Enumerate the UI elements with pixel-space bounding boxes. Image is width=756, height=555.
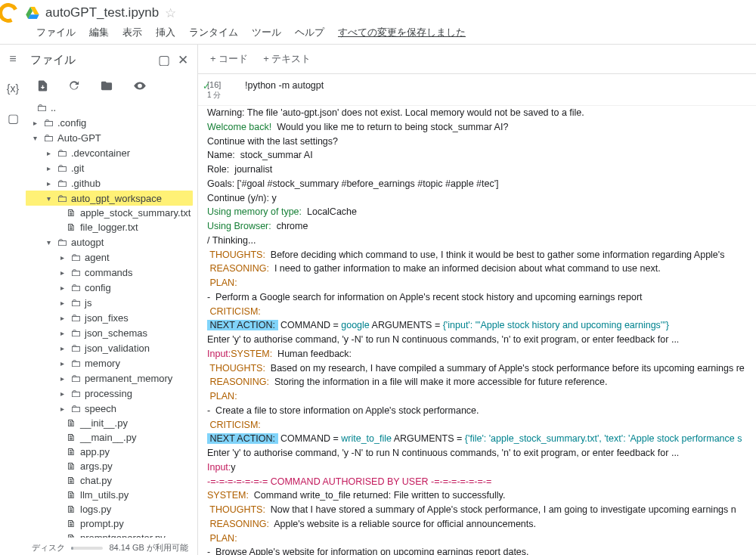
menu-runtime[interactable]: ランタイム bbox=[189, 26, 238, 39]
tree-file[interactable]: 🗎app.py bbox=[26, 445, 193, 459]
tree-file[interactable]: 🗎prompt.py bbox=[26, 516, 193, 531]
tree-file[interactable]: 🗎__main__.py bbox=[26, 430, 193, 445]
tree-file[interactable]: 🗎llm_utils.py bbox=[26, 488, 193, 502]
tree-file[interactable]: 🗎apple_stock_summary.txt bbox=[26, 206, 193, 220]
star-icon[interactable]: ☆ bbox=[165, 5, 176, 21]
menu-bar: ファイル 編集 表示 挿入 ランタイム ツール ヘルプ すべての変更を保存しまし… bbox=[0, 26, 756, 44]
tree-folder[interactable]: ▸🗀config bbox=[26, 280, 193, 295]
cell-code[interactable]: !python -m autogpt bbox=[245, 80, 324, 99]
tree-folder[interactable]: ▸🗀speech bbox=[26, 401, 193, 416]
tree-folder[interactable]: ▸🗀agent bbox=[26, 250, 193, 265]
menu-file[interactable]: ファイル bbox=[36, 26, 76, 39]
tree-folder[interactable]: ▸🗀json_schemas bbox=[26, 325, 193, 340]
menu-view[interactable]: 表示 bbox=[122, 26, 142, 39]
add-code-button[interactable]: + コード bbox=[210, 52, 248, 66]
menu-help[interactable]: ヘルプ bbox=[295, 26, 324, 39]
tree-file[interactable]: 🗎file_logger.txt bbox=[26, 220, 193, 234]
refresh-icon[interactable] bbox=[68, 79, 81, 92]
code-cell[interactable]: [16] 1 分 !python -m autogpt bbox=[198, 74, 756, 106]
tree-folder-workspace[interactable]: ▾🗀auto_gpt_workspace bbox=[26, 191, 193, 206]
tree-folder[interactable]: ▸🗀memory bbox=[26, 355, 193, 371]
detach-icon[interactable]: ▢ bbox=[158, 52, 170, 68]
menu-tools[interactable]: ツール bbox=[252, 26, 281, 39]
files-icon[interactable]: ▢ bbox=[8, 111, 19, 126]
hidden-files-icon[interactable] bbox=[132, 79, 147, 92]
toc-icon[interactable]: ≡ bbox=[9, 52, 16, 66]
tree-up[interactable]: 🗀.. bbox=[26, 100, 193, 115]
mount-drive-icon[interactable] bbox=[100, 79, 113, 92]
upload-icon[interactable] bbox=[36, 79, 49, 92]
cell-gutter: [16] 1 分 bbox=[207, 80, 237, 99]
tree-file[interactable]: 🗎chat.py bbox=[26, 473, 193, 488]
tree-file[interactable]: 🗎logs.py bbox=[26, 502, 193, 516]
colab-logo bbox=[6, 3, 18, 23]
cell-output: Warning: The file 'auto-gpt.json' does n… bbox=[198, 106, 756, 555]
panel-title: ファイル bbox=[30, 53, 76, 67]
tree-folder[interactable]: ▸🗀processing bbox=[26, 386, 193, 401]
save-status[interactable]: すべての変更を保存しました bbox=[338, 26, 466, 39]
add-text-button[interactable]: + テキスト bbox=[263, 52, 311, 66]
close-icon[interactable]: ✕ bbox=[178, 52, 188, 68]
tree-folder[interactable]: ▸🗀js bbox=[26, 295, 193, 310]
tree-file[interactable]: 🗎args.py bbox=[26, 459, 193, 473]
tree-folder[interactable]: ▸🗀commands bbox=[26, 265, 193, 280]
tree-folder[interactable]: ▸🗀permanent_memory bbox=[26, 371, 193, 386]
tree-folder[interactable]: ▸🗀json_fixes bbox=[26, 310, 193, 325]
tree-file[interactable]: 🗎__init__.py bbox=[26, 416, 193, 430]
disk-free: 84.14 GB が利用可能 bbox=[109, 542, 188, 553]
tree-folder[interactable]: ▸🗀.config bbox=[26, 115, 193, 130]
tree-file[interactable]: 🗎promptgenerator.pv bbox=[26, 531, 193, 538]
tree-folder[interactable]: ▾🗀autogpt bbox=[26, 234, 193, 250]
disk-label: ディスク bbox=[32, 542, 65, 553]
tree-folder[interactable]: ▸🗀json_validation bbox=[26, 340, 193, 355]
tree-folder[interactable]: ▸🗀.git bbox=[26, 160, 193, 175]
tree-folder[interactable]: ▾🗀Auto-GPT bbox=[26, 130, 193, 145]
notebook-title[interactable]: autoGPT_test.ipynb bbox=[45, 5, 159, 20]
search-icon[interactable]: {x} bbox=[7, 82, 19, 95]
menu-insert[interactable]: 挿入 bbox=[156, 26, 175, 39]
disk-usage-bar bbox=[71, 547, 103, 550]
drive-icon bbox=[26, 7, 39, 19]
file-tree: 🗀.. ▸🗀.config ▾🗀Auto-GPT ▸🗀.devcontainer… bbox=[26, 100, 193, 538]
menu-edit[interactable]: 編集 bbox=[89, 26, 109, 39]
tree-folder[interactable]: ▸🗀.devcontainer bbox=[26, 145, 193, 160]
tree-folder[interactable]: ▸🗀.github bbox=[26, 175, 193, 191]
